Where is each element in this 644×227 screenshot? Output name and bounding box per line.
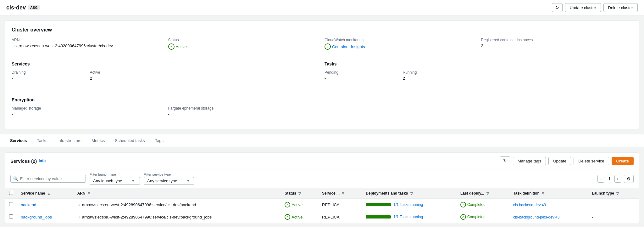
services-title: Services (2) Info (10, 158, 46, 164)
cloudwatch-item: CloudWatch monitoring Container Insights (325, 38, 476, 50)
tab-tasks[interactable]: Tasks (32, 134, 53, 147)
divider-1 (12, 56, 632, 56)
select-all-col (5, 188, 17, 199)
cloudwatch-link[interactable]: Container Insights (325, 43, 476, 50)
row-checkbox-1[interactable] (9, 214, 13, 218)
arn-copy-icon-0[interactable]: ⊡ (77, 203, 80, 207)
filter-launch-type-group: Filter launch type Any launch type ▼ (90, 173, 140, 185)
tasks-section: Tasks Pending - Running 2 (325, 61, 632, 87)
page-nav: ‹ 1 › (597, 175, 621, 183)
arn-label: ARN (12, 38, 163, 42)
tab-services[interactable]: Services (5, 134, 32, 147)
sort-icon-status: ▽ (298, 192, 301, 195)
running-item: Running 2 (403, 70, 476, 81)
delete-service-button[interactable]: Delete service (574, 157, 609, 165)
row-status-0: Active (281, 199, 318, 211)
row-last-deploy-0: Completed (457, 199, 509, 211)
status-label: Status (168, 38, 320, 42)
tab-metrics[interactable]: Metrics (86, 134, 110, 147)
pagination: ‹ 1 › ⚙ (597, 175, 634, 183)
next-page-button[interactable]: › (614, 175, 621, 183)
row-checkbox-0[interactable] (9, 202, 13, 206)
arn-value: ⊡ arn:aws:ecs:eu-west-2:492890647996:clu… (12, 43, 163, 48)
arn-copy-icon-1[interactable]: ⊡ (77, 215, 80, 219)
task-def-link-1[interactable]: cis-background-jobs-dev:43 (513, 215, 559, 219)
sort-icon-stype: ▽ (342, 192, 344, 195)
arn-value-1: arn:aws:ecs:eu-west-2:492890647996:servi… (82, 215, 212, 219)
sort-icon-launch: ▽ (616, 192, 619, 195)
filter-launch-type-select[interactable]: Any launch type ▼ (90, 177, 140, 185)
table-row: background_jobs ⊡ arn:aws:ecs:eu-west-2:… (5, 211, 639, 223)
services-metrics: Draining - Active 2 (12, 70, 319, 81)
status-active-0: Active (285, 202, 314, 207)
settings-button[interactable]: ⚙ (624, 175, 634, 183)
sort-icon-taskdef: ▽ (542, 192, 544, 195)
services-section: Services Draining - Active 2 (12, 61, 319, 87)
service-name-link-0[interactable]: backend (21, 202, 36, 207)
col-status: Status ▽ (281, 188, 318, 199)
info-link[interactable]: Info (39, 159, 46, 163)
tasks-link-0[interactable]: 1/1 Tasks running (393, 202, 423, 207)
cloudwatch-label: CloudWatch monitoring (325, 38, 476, 42)
chevron-down-icon: ▼ (132, 179, 135, 183)
service-name-link-1[interactable]: background_jobs (21, 215, 52, 219)
col-last-deploy: Last deploy... ▽ (457, 188, 509, 199)
col-service-name: Service name ▲ (17, 188, 74, 199)
completed-badge-1: Completed (460, 214, 506, 220)
col-deployments: Deployments and tasks ▽ (362, 188, 457, 199)
row-status-1: Active (281, 211, 318, 223)
row-task-def-0: cis-backend-dev:49 (509, 199, 588, 211)
col-arn: ARN ▽ (74, 188, 281, 199)
services-header: Services (2) Info ↻ Manage tags Update D… (5, 153, 639, 169)
tab-infrastructure[interactable]: Infrastructure (53, 134, 87, 147)
copy-icon[interactable]: ⊡ (12, 44, 14, 48)
managed-storage-item: Managed storage - (12, 106, 163, 116)
tab-scheduled-tasks[interactable]: Scheduled tasks (110, 134, 150, 147)
update-service-button[interactable]: Update (548, 157, 571, 165)
tab-tags[interactable]: Tags (150, 134, 169, 147)
filter-service-type-select[interactable]: Any service type ▼ (144, 177, 194, 185)
task-def-link-0[interactable]: cis-backend-dev:49 (513, 203, 546, 207)
row-service-type-1: REPLICA (318, 211, 362, 223)
col-service-type: Service ... ▽ (318, 188, 362, 199)
select-all-checkbox[interactable] (9, 191, 13, 195)
services-table: Service name ▲ ARN ▽ Status ▽ Service ..… (5, 188, 639, 223)
search-input[interactable] (20, 176, 83, 181)
status-active-1: Active (285, 214, 314, 220)
tasks-link-1[interactable]: 1/1 Tasks running (393, 215, 423, 219)
row-launch-type-1: - (588, 211, 639, 223)
fargate-storage-item: Fargate ephemeral storage - (168, 106, 320, 116)
services-panel: Services (2) Info ↻ Manage tags Update D… (5, 152, 639, 223)
row-task-def-1: cis-background-jobs-dev:43 (509, 211, 588, 223)
manage-tags-button[interactable]: Manage tags (513, 157, 546, 165)
create-service-button[interactable]: Create (612, 157, 634, 165)
panel-title: Cluster overview (12, 27, 632, 33)
status-item: Status Active (168, 38, 320, 50)
arn-item: ARN ⊡ arn:aws:ecs:eu-west-2:492890647996… (12, 38, 163, 50)
row-last-deploy-1: Completed (457, 211, 509, 223)
refresh-cluster-button[interactable]: ↻ (552, 3, 563, 12)
prev-page-button[interactable]: ‹ (597, 175, 604, 183)
search-box[interactable]: 🔍 (10, 175, 86, 183)
row-name-0: backend (17, 199, 74, 211)
sort-icon-name: ▲ (47, 192, 51, 195)
row-checkbox-col-0 (5, 199, 17, 211)
delete-cluster-button[interactable]: Delete cluster (603, 3, 638, 12)
progress-bar-bg-1 (366, 215, 391, 218)
progress-bar-fill-0 (366, 203, 391, 206)
arn-value-0: arn:aws:ecs:eu-west-2:492890647996:servi… (82, 202, 196, 207)
table-row: backend ⊡ arn:aws:ecs:eu-west-2:49289064… (5, 199, 639, 211)
filter-service-type-group: Filter service type Any service type ▼ (144, 173, 194, 185)
active-services-item: Active 2 (90, 70, 163, 81)
tabs-bar: Services Tasks Infrastructure Metrics Sc… (0, 134, 644, 147)
col-launch-type: Launch type ▽ (588, 188, 639, 199)
row-arn-0: ⊡ arn:aws:ecs:eu-west-2:492890647996:ser… (74, 199, 281, 211)
top-bar: cis-dev ASG ↻ Update cluster Delete clus… (0, 0, 644, 15)
status-value: Active (168, 43, 320, 50)
update-cluster-button[interactable]: Update cluster (565, 3, 601, 12)
filter-launch-type-label: Filter launch type (90, 173, 140, 176)
tasks-metrics: Pending - Running 2 (325, 70, 632, 81)
pending-item: Pending - (325, 70, 398, 81)
refresh-services-button[interactable]: ↻ (500, 156, 510, 165)
draining-item: Draining - (12, 70, 85, 81)
